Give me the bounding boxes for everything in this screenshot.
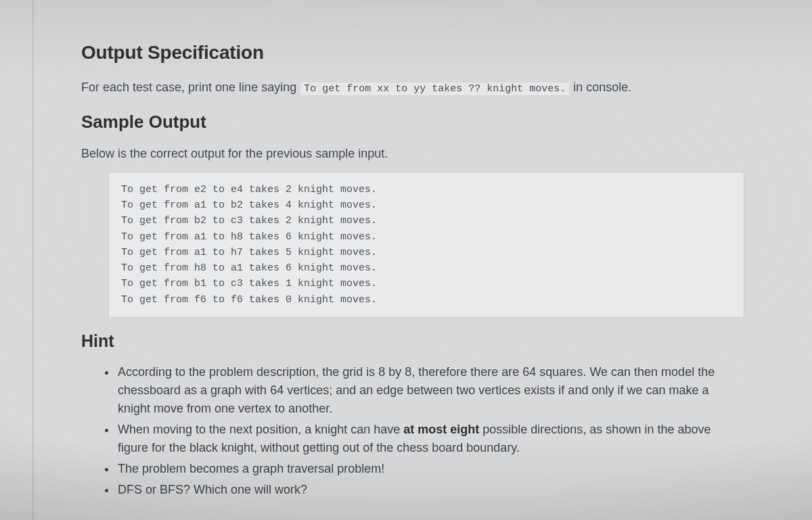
paragraph-output-spec: For each test case, print one line sayin…: [81, 78, 744, 97]
text-output-spec-post: in console.: [570, 80, 631, 94]
paragraph-sample-output: Below is the correct output for the prev…: [81, 145, 744, 162]
hint-item: According to the problem description, th…: [116, 363, 744, 418]
document-page: Output Specification For each test case,…: [0, 0, 812, 515]
heading-output-specification: Output Specification: [81, 42, 744, 64]
hint-text-pre: According to the problem description, th…: [118, 365, 715, 415]
heading-hint: Hint: [81, 331, 744, 351]
heading-sample-output: Sample Output: [81, 112, 744, 133]
hint-text-pre: When moving to the next position, a knig…: [118, 423, 403, 436]
text-output-spec-pre: For each test case, print one line sayin…: [81, 80, 300, 94]
hint-item: The problem becomes a graph traversal pr…: [116, 460, 744, 478]
hint-list: According to the problem description, th…: [116, 363, 744, 499]
inline-code-output-format: To get from xx to yy takes ?? knight mov…: [300, 82, 570, 96]
hint-text-pre: The problem becomes a graph traversal pr…: [118, 462, 384, 475]
code-block-sample-output: To get from e2 to e4 takes 2 knight move…: [108, 172, 744, 318]
hint-text-bold: at most eight: [403, 423, 479, 436]
hint-item: When moving to the next position, a knig…: [116, 421, 744, 457]
hint-text-pre: DFS or BFS? Which one will work?: [118, 483, 307, 496]
hint-item: DFS or BFS? Which one will work?: [116, 481, 744, 499]
